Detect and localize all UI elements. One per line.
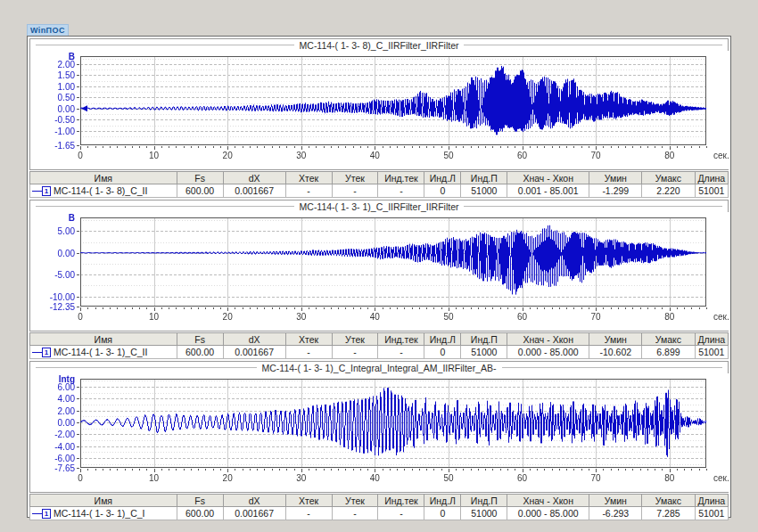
col-header: Инд.тек — [378, 495, 424, 507]
table-cell: - — [285, 346, 332, 359]
col-header: dX — [223, 495, 285, 507]
table-row[interactable]: 1МС-114-( 1- 3- 8)_C_II600.000.001667---… — [30, 184, 729, 198]
table-cell: 51001 — [695, 346, 728, 359]
col-header: dX — [223, 172, 285, 184]
col-header: Инд.тек — [378, 172, 424, 184]
table-cell: 7.285 — [642, 507, 695, 520]
signal-name: МС-114-( 1- 3- 1)_C_I — [54, 508, 145, 519]
table-cell: - — [378, 346, 424, 359]
col-header: Имя — [30, 495, 177, 507]
table-cell: 2.220 — [642, 184, 695, 198]
col-header: Умин — [589, 333, 642, 346]
signal-section-1: МС-114-( 1- 3- 8)_C_IIRFilter_IIRFilter … — [29, 38, 729, 198]
table-row[interactable]: 1МС-114-( 1- 3- 1)_C_I600.000.001667---0… — [30, 507, 729, 520]
table-cell: 51001 — [695, 184, 728, 198]
col-header: Длина — [695, 495, 728, 507]
table-cell: 51001 — [695, 507, 728, 520]
legend-line-icon — [32, 191, 42, 192]
signal-name: МС-114-( 1- 3- 8)_C_II — [54, 185, 147, 196]
chart-frame-1: МС-114-( 1- 3- 8)_C_IIRFilter_IIRFilter — [29, 38, 729, 170]
signal-section-3: МС-114-( 1- 3- 1)_C_Integral_Integral_AM… — [29, 361, 729, 520]
col-header: Инд.Л — [424, 172, 461, 184]
table-cell: 0.001667 — [223, 184, 285, 198]
table-cell: 600.00 — [177, 184, 223, 198]
legend-line-icon — [32, 352, 42, 353]
col-header: Fs — [177, 172, 223, 184]
signal-name-cell[interactable]: 1МС-114-( 1- 3- 8)_C_II — [30, 184, 177, 198]
col-header: Имя — [30, 333, 177, 346]
col-header: Умин — [589, 495, 642, 507]
app-logo: WinПОС — [27, 24, 69, 37]
table-cell: - — [332, 346, 378, 359]
col-header: Инд.П — [461, 333, 507, 346]
table-cell: 0 — [424, 507, 461, 520]
col-header: Инд.П — [461, 172, 507, 184]
col-header: Длина — [695, 172, 728, 184]
signal-name-cell[interactable]: 1МС-114-( 1- 3- 1)_C_II — [30, 346, 177, 359]
table-cell: 0.001 - 85.001 — [507, 184, 589, 198]
col-header: Инд.тек — [378, 333, 424, 346]
table-cell: 0 — [424, 184, 461, 198]
table-cell: -6.293 — [589, 507, 642, 520]
col-header: Хнач - Хкон — [507, 495, 589, 507]
table-cell: 600.00 — [177, 346, 223, 359]
col-header: Инд.Л — [424, 495, 461, 507]
table-cell: 0.001667 — [223, 507, 285, 520]
col-header: Утек — [332, 333, 378, 346]
chart-title-text: МС-114-( 1- 3- 1)_C_IIRFilter_IIRFilter — [300, 201, 459, 212]
col-header: Длина — [695, 333, 728, 346]
signal-name-cell[interactable]: 1МС-114-( 1- 3- 1)_C_I — [30, 507, 177, 520]
col-header: Fs — [177, 495, 223, 507]
signal-info-table-3: ИмяFsdXХтекУтекИнд.текИнд.ЛИнд.ПХнач - Х… — [29, 494, 729, 520]
col-header: Fs — [177, 333, 223, 346]
table-cell: - — [285, 184, 332, 198]
waveform-plot-3[interactable] — [30, 373, 729, 492]
signal-info-table-1: ИмяFsdXХтекУтекИнд.текИнд.ЛИнд.ПХнач - Х… — [29, 171, 729, 198]
col-header: Умакс — [642, 172, 695, 184]
table-cell: -1.299 — [589, 184, 642, 198]
legend-line-icon — [32, 513, 42, 514]
table-cell: 51000 — [461, 507, 507, 520]
col-header: Умин — [589, 172, 642, 184]
table-cell: 6.899 — [642, 346, 695, 359]
col-header: Хтек — [285, 172, 332, 184]
col-header: Хнач - Хкон — [507, 333, 589, 346]
signal-section-2: МС-114-( 1- 3- 1)_C_IIRFilter_IIRFilter … — [29, 200, 729, 359]
col-header: Хтек — [285, 333, 332, 346]
chart-title-text: МС-114-( 1- 3- 8)_C_IIRFilter_IIRFilter — [300, 40, 459, 51]
legend-number-icon: 1 — [42, 348, 51, 357]
col-header: Имя — [30, 172, 177, 184]
legend-number-icon: 1 — [42, 509, 51, 519]
table-cell: 51000 — [461, 346, 507, 359]
waveform-plot-2[interactable] — [30, 212, 729, 331]
main-panel: МС-114-( 1- 3- 8)_C_IIRFilter_IIRFilter … — [27, 36, 731, 518]
table-cell: - — [285, 507, 332, 520]
col-header: Инд.Л — [424, 333, 461, 346]
chart-title: МС-114-( 1- 3- 1)_C_IIRFilter_IIRFilter — [30, 201, 728, 212]
col-header: Умакс — [642, 333, 695, 346]
col-header: Хтек — [285, 495, 332, 507]
col-header: Утек — [332, 172, 378, 184]
col-header: Инд.П — [461, 495, 507, 507]
table-cell: - — [378, 184, 424, 198]
col-header: dX — [223, 333, 285, 346]
table-cell: - — [332, 507, 378, 520]
table-cell: 51000 — [461, 184, 507, 198]
table-cell: - — [378, 507, 424, 520]
table-cell: 0.001667 — [223, 346, 285, 359]
table-cell: 0.000 - 85.000 — [507, 346, 589, 359]
col-header: Утек — [332, 495, 378, 507]
table-cell: 0 — [424, 346, 461, 359]
table-row[interactable]: 1МС-114-( 1- 3- 1)_C_II600.000.001667---… — [30, 346, 729, 359]
chart-title-text: МС-114-( 1- 3- 1)_C_Integral_Integral_AM… — [262, 363, 497, 373]
table-cell: - — [332, 184, 378, 198]
table-cell: 600.00 — [177, 507, 223, 520]
col-header: Умакс — [642, 495, 695, 507]
chart-title: МС-114-( 1- 3- 8)_C_IIRFilter_IIRFilter — [30, 39, 728, 51]
chart-frame-3: МС-114-( 1- 3- 1)_C_Integral_Integral_AM… — [29, 361, 729, 493]
waveform-plot-1[interactable] — [30, 51, 729, 169]
chart-frame-2: МС-114-( 1- 3- 1)_C_IIRFilter_IIRFilter — [29, 200, 729, 331]
table-cell: -10.602 — [589, 346, 642, 359]
chart-title: МС-114-( 1- 3- 1)_C_Integral_Integral_AM… — [30, 362, 728, 373]
legend-number-icon: 1 — [42, 186, 51, 196]
